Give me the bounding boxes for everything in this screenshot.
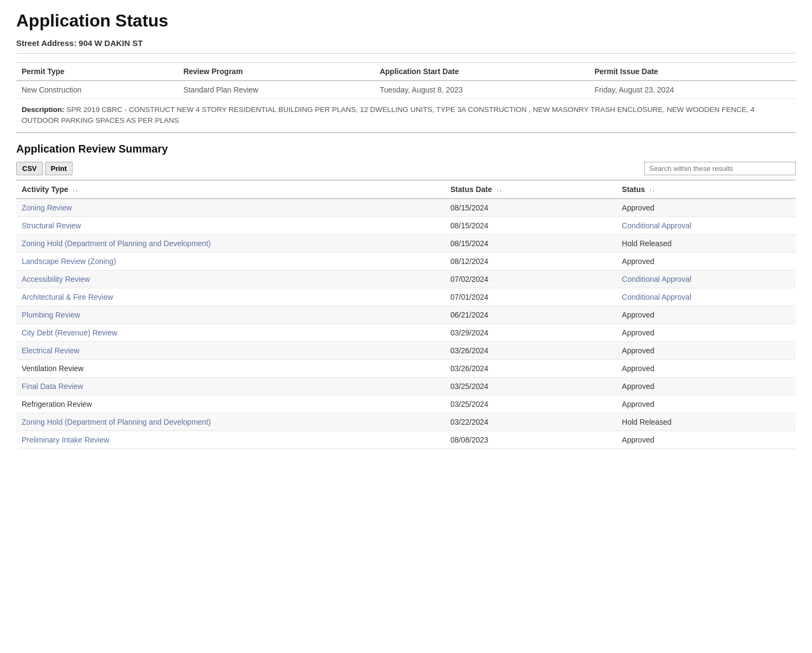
street-address: Street Address: 904 W DAKIN ST bbox=[16, 38, 796, 54]
table-row: Plumbing Review06/21/2024Approved bbox=[16, 306, 796, 324]
status-date-cell: 06/21/2024 bbox=[445, 306, 617, 324]
activity-type-link[interactable]: Accessibility Review bbox=[22, 275, 90, 283]
status-date-cell: 08/15/2024 bbox=[445, 216, 617, 234]
activity-type-cell: Final Data Review bbox=[16, 377, 445, 395]
col-permit-type: Permit Type bbox=[16, 63, 178, 81]
activity-type-cell: Structural Review bbox=[16, 216, 445, 234]
status-link[interactable]: Conditional Approval bbox=[622, 221, 691, 230]
table-row: Electrical Review03/26/2024Approved bbox=[16, 341, 796, 359]
table-row: Zoning Hold (Department of Planning and … bbox=[16, 413, 796, 431]
table-row: Refrigeration Review03/25/2024Approved bbox=[16, 395, 796, 413]
table-row: Zoning Review08/15/2024Approved bbox=[16, 199, 796, 217]
activity-type-cell: Zoning Review bbox=[16, 199, 445, 217]
table-row: Ventilation Review03/26/2024Approved bbox=[16, 359, 796, 377]
col-status-date[interactable]: Status Date ↑↓ bbox=[445, 180, 617, 199]
status-date-cell: 08/08/2023 bbox=[445, 431, 617, 448]
activity-type-sort-icon[interactable]: ↑↓ bbox=[73, 187, 78, 193]
status-date-cell: 03/25/2024 bbox=[445, 377, 617, 395]
activity-type-cell: Ventilation Review bbox=[16, 359, 445, 377]
status-date-cell: 07/01/2024 bbox=[445, 288, 617, 306]
review-program-value: Standard Plan Review bbox=[178, 81, 375, 99]
csv-button[interactable]: CSV bbox=[16, 162, 43, 175]
print-button[interactable]: Print bbox=[45, 162, 73, 175]
status-cell: Approved bbox=[617, 341, 796, 359]
status-date-cell: 03/29/2024 bbox=[445, 324, 617, 341]
status-date-cell: 03/26/2024 bbox=[445, 341, 617, 359]
activity-type-link[interactable]: Zoning Hold (Department of Planning and … bbox=[22, 239, 211, 248]
status-cell: Hold Released bbox=[617, 413, 796, 431]
status-date-cell: 08/12/2024 bbox=[445, 252, 617, 270]
status-cell: Hold Released bbox=[617, 234, 796, 252]
activity-type-link[interactable]: Zoning Hold (Department of Planning and … bbox=[22, 418, 211, 426]
table-row: Final Data Review03/25/2024Approved bbox=[16, 377, 796, 395]
permit-type-value: New Construction bbox=[16, 81, 178, 99]
table-row: Architectural & Fire Review07/01/2024Con… bbox=[16, 288, 796, 306]
search-container bbox=[644, 162, 796, 175]
activity-type-link[interactable]: Final Data Review bbox=[22, 382, 83, 391]
table-row: Accessibility Review07/02/2024Conditiona… bbox=[16, 270, 796, 288]
status-cell: Approved bbox=[617, 324, 796, 341]
status-cell: Approved bbox=[617, 431, 796, 448]
status-date-cell: 03/25/2024 bbox=[445, 395, 617, 413]
col-permit-issue-date: Permit Issue Date bbox=[589, 63, 796, 81]
activity-type-cell: Plumbing Review bbox=[16, 306, 445, 324]
street-address-value: 904 W DAKIN ST bbox=[78, 38, 142, 48]
status-cell: Conditional Approval bbox=[617, 288, 796, 306]
activity-type-cell: City Debt (Revenue) Review bbox=[16, 324, 445, 341]
status-date-cell: 03/22/2024 bbox=[445, 413, 617, 431]
status-date-cell: 03/26/2024 bbox=[445, 359, 617, 377]
activity-type-cell: Zoning Hold (Department of Planning and … bbox=[16, 413, 445, 431]
review-summary-title: Application Review Summary bbox=[16, 143, 796, 155]
status-sort-icon[interactable]: ↑↓ bbox=[649, 187, 654, 193]
col-status[interactable]: Status ↑↓ bbox=[617, 180, 796, 199]
table-row: Zoning Hold (Department of Planning and … bbox=[16, 234, 796, 252]
description-label: Description: bbox=[22, 105, 64, 114]
app-start-date-value: Tuesday, August 8, 2023 bbox=[374, 81, 589, 99]
status-date-sort-icon[interactable]: ↑↓ bbox=[496, 187, 502, 193]
status-date-cell: 08/15/2024 bbox=[445, 199, 617, 217]
col-activity-type[interactable]: Activity Type ↑↓ bbox=[16, 180, 445, 199]
search-input[interactable] bbox=[644, 162, 796, 175]
status-link[interactable]: Conditional Approval bbox=[622, 275, 691, 283]
col-review-program: Review Program bbox=[178, 63, 375, 81]
toolbar-left: CSV Print bbox=[16, 162, 73, 175]
activity-type-link[interactable]: Architectural & Fire Review bbox=[22, 293, 113, 301]
table-row: Preliminary Intake Review08/08/2023Appro… bbox=[16, 431, 796, 448]
activity-type-cell: Accessibility Review bbox=[16, 270, 445, 288]
activity-type-link[interactable]: City Debt (Revenue) Review bbox=[22, 328, 117, 337]
permit-table: Permit Type Review Program Application S… bbox=[16, 62, 796, 99]
status-cell: Conditional Approval bbox=[617, 216, 796, 234]
activity-type-cell: Electrical Review bbox=[16, 341, 445, 359]
table-row: Structural Review08/15/2024Conditional A… bbox=[16, 216, 796, 234]
toolbar: CSV Print bbox=[16, 162, 796, 175]
status-cell: Approved bbox=[617, 377, 796, 395]
permit-row: New Construction Standard Plan Review Tu… bbox=[16, 81, 796, 99]
activity-type-cell: Architectural & Fire Review bbox=[16, 288, 445, 306]
activity-type-cell: Zoning Hold (Department of Planning and … bbox=[16, 234, 445, 252]
permit-issue-date-value: Friday, August 23, 2024 bbox=[589, 81, 796, 99]
activity-type-link[interactable]: Landscape Review (Zoning) bbox=[22, 257, 116, 266]
activity-type-link[interactable]: Preliminary Intake Review bbox=[22, 436, 109, 444]
review-table: Activity Type ↑↓ Status Date ↑↓ Status ↑… bbox=[16, 180, 796, 449]
page-title: Application Status bbox=[16, 11, 796, 31]
status-link[interactable]: Conditional Approval bbox=[622, 293, 691, 301]
description-text: SPR 2019 CBRC - CONSTRUCT NEW 4 STORY RE… bbox=[22, 105, 755, 124]
activity-type-link[interactable]: Structural Review bbox=[22, 221, 81, 230]
status-cell: Approved bbox=[617, 306, 796, 324]
col-app-start-date: Application Start Date bbox=[374, 63, 589, 81]
status-cell: Conditional Approval bbox=[617, 270, 796, 288]
activity-type-link[interactable]: Electrical Review bbox=[22, 346, 80, 355]
status-cell: Approved bbox=[617, 199, 796, 217]
table-row: Landscape Review (Zoning)08/12/2024Appro… bbox=[16, 252, 796, 270]
street-address-label: Street Address: bbox=[16, 38, 76, 48]
activity-type-link[interactable]: Plumbing Review bbox=[22, 311, 80, 319]
table-row: City Debt (Revenue) Review03/29/2024Appr… bbox=[16, 324, 796, 341]
activity-type-cell: Refrigeration Review bbox=[16, 395, 445, 413]
status-cell: Approved bbox=[617, 395, 796, 413]
status-cell: Approved bbox=[617, 359, 796, 377]
status-date-cell: 08/15/2024 bbox=[445, 234, 617, 252]
status-cell: Approved bbox=[617, 252, 796, 270]
activity-type-cell: Landscape Review (Zoning) bbox=[16, 252, 445, 270]
activity-type-link[interactable]: Zoning Review bbox=[22, 203, 72, 212]
status-date-cell: 07/02/2024 bbox=[445, 270, 617, 288]
